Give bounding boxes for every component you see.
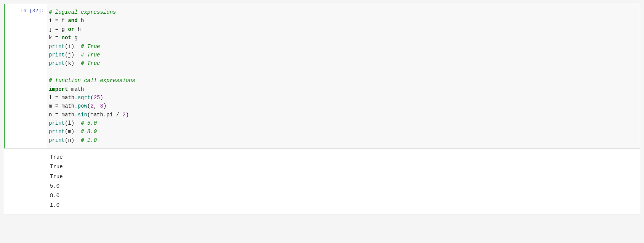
code-line-4: k = not g	[49, 34, 636, 42]
comment-function: # function call expressions	[49, 77, 135, 84]
comment-1: # 1.0	[81, 137, 97, 143]
output-line-1: True	[50, 153, 636, 162]
comment-true-2: # True	[81, 52, 100, 58]
keyword-import: import	[49, 86, 68, 92]
code-line-10: import math	[49, 85, 636, 93]
output-line-4: 5.0	[50, 182, 636, 191]
func-print-m: print	[49, 129, 65, 135]
code-line-7: print(k) # True	[49, 59, 636, 68]
code-line-13: n = math.sin(math.pi / 2)	[49, 111, 636, 119]
code-line-2: i = f and h	[49, 16, 636, 25]
output-line-2: True	[50, 162, 636, 172]
comment-5: # 5.0	[81, 120, 97, 126]
code-line-5: print(i) # True	[49, 42, 636, 51]
cell-code[interactable]: # logical expressions i = f and h j = g …	[47, 4, 640, 148]
code-line-3: j = g or h	[49, 25, 636, 34]
output-line-3: True	[50, 172, 636, 182]
code-line-1: # logical expressions	[49, 8, 636, 16]
comment-true-1: # True	[81, 43, 100, 50]
keyword-not: not	[62, 35, 71, 41]
code-line-11: l = math.sqrt(25)	[49, 93, 636, 102]
func-sqrt: sqrt	[78, 95, 91, 101]
code-line-14: print(l) # 5.0	[49, 119, 636, 127]
func-print-k: print	[49, 60, 65, 66]
code-line-6: print(j) # True	[49, 51, 636, 59]
num-3: 3	[100, 103, 103, 109]
func-print-j: print	[49, 52, 65, 58]
func-print-n: print	[49, 137, 65, 143]
comment-true-3: # True	[81, 60, 100, 66]
num-2: 2	[90, 103, 93, 109]
func-print-i: print	[49, 43, 65, 50]
func-print-l: print	[49, 120, 65, 126]
code-line-15: print(m) # 8.0	[49, 127, 636, 136]
func-pow: pow	[78, 103, 87, 109]
keyword-or: or	[68, 26, 74, 32]
code-line-12: m = math.pow(2, 3)|	[49, 102, 636, 110]
num-2b: 2	[122, 112, 125, 118]
cell-input: In [32]: # logical expressions i = f and…	[4, 4, 640, 148]
code-line-16: print(n) # 1.0	[49, 136, 636, 145]
num-25: 25	[94, 95, 100, 101]
output-line-6: 1.0	[50, 201, 636, 210]
code-line-8	[49, 68, 636, 76]
code-line-9: # function call expressions	[49, 76, 636, 85]
cell-label: In [32]:	[5, 4, 47, 148]
notebook-cell: In [32]: # logical expressions i = f and…	[4, 4, 640, 214]
cell-output: True True True 5.0 8.0 1.0	[4, 149, 640, 214]
output-line-5: 8.0	[50, 191, 636, 201]
keyword-and: and	[68, 18, 77, 24]
comment-logical: # logical expressions	[49, 9, 116, 15]
comment-8: # 8.0	[81, 129, 97, 135]
func-sin: sin	[78, 112, 87, 118]
